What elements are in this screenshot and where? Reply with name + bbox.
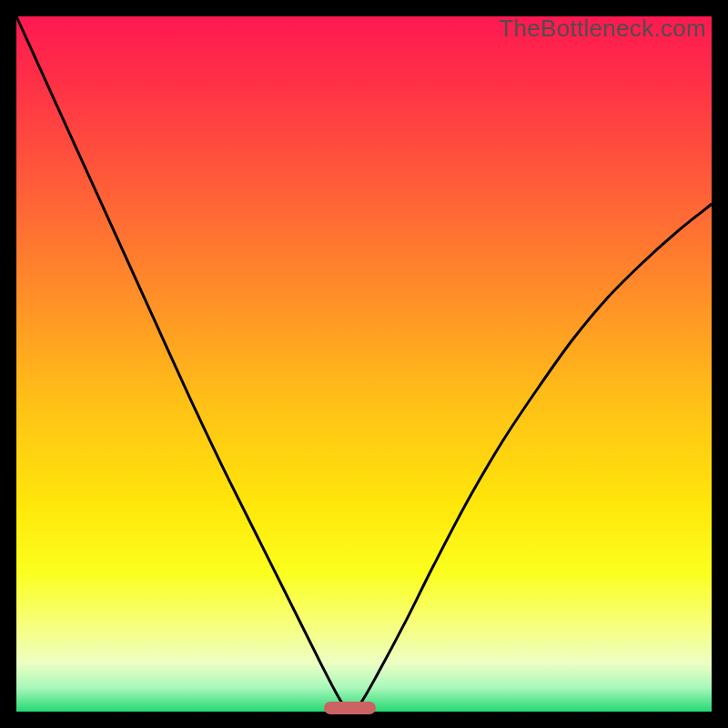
plot-frame: TheBottleneck.com bbox=[16, 16, 712, 712]
svg-rect-0 bbox=[16, 16, 712, 712]
optimum-marker bbox=[324, 702, 376, 714]
background-gradient bbox=[16, 16, 712, 712]
watermark-text: TheBottleneck.com bbox=[499, 15, 706, 43]
